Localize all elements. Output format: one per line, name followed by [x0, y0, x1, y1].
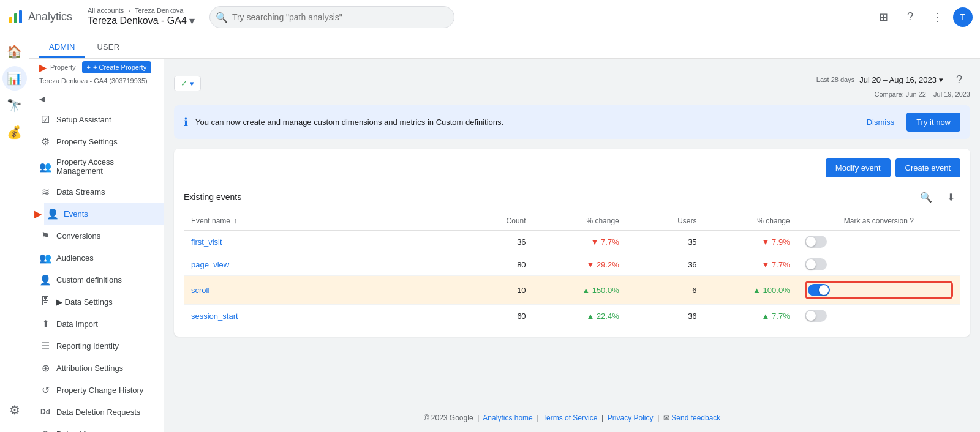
sidebar-arrow-icon: ▶ — [39, 62, 47, 73]
sidebar-item-label: Setup Assistant — [56, 115, 111, 124]
tab-user[interactable]: USER — [88, 37, 130, 58]
sidebar-item-label: ▶ Data Settings — [56, 297, 113, 307]
events-icon: 👤 — [47, 207, 59, 220]
footer-terms[interactable]: Terms of Service — [543, 414, 597, 422]
sidebar-item-attribution-settings[interactable]: ⊕ Attribution Settings — [29, 357, 164, 379]
conversion-help-icon[interactable]: ? — [910, 217, 914, 225]
event-name-cell: session_start — [184, 305, 456, 327]
date-value: Jul 20 – Aug 16, 2023 — [859, 75, 937, 84]
svg-rect-1 — [14, 13, 17, 23]
table-row: scroll 10 ▲ 150.0% 6 ▲ 100.0% — [184, 276, 960, 305]
last-28-label: Last 28 days — [816, 76, 854, 83]
conversions-icon: ⚑ — [39, 229, 51, 242]
count-cell: 60 — [456, 305, 533, 327]
sort-icon: ↑ — [233, 217, 237, 225]
sidebar-item-property-change-history[interactable]: ↺ Property Change History — [29, 379, 164, 401]
date-help-button[interactable]: ? — [948, 69, 970, 91]
sidebar-property-row: ▶ Property + + Create Property — [29, 59, 164, 76]
nav-advertising[interactable]: 💰 — [2, 120, 27, 144]
sidebar-account-sub: Tereza Denkova - GA4 (303719935) — [29, 76, 164, 89]
conversion-toggle-highlight[interactable] — [805, 281, 953, 299]
audiences-icon: 👥 — [39, 251, 51, 264]
avatar[interactable]: T — [953, 7, 973, 27]
sidebar-item-label: Attribution Settings — [56, 363, 123, 373]
users-change-value: 7.9% — [772, 237, 790, 247]
breadcrumb-arrow: › — [128, 7, 130, 14]
conversion-cell[interactable] — [797, 231, 960, 253]
create-event-button[interactable]: Create event — [895, 158, 960, 177]
grid-icon-button[interactable]: ⊞ — [872, 6, 894, 28]
nav-settings[interactable]: ⚙ — [2, 398, 27, 422]
property-selector[interactable]: Tereza Denkova - GA4 ▾ — [88, 14, 195, 28]
breadcrumb-accounts[interactable]: All accounts — [88, 7, 124, 14]
data-streams-icon: ≋ — [39, 185, 51, 198]
modify-event-button[interactable]: Modify event — [826, 158, 891, 177]
col-count-change: % change — [533, 212, 627, 231]
create-property-button[interactable]: + + Create Property — [82, 61, 152, 73]
sidebar-item-events[interactable]: 👤 Events — [44, 203, 164, 225]
sidebar-item-data-settings[interactable]: 🗄 ▶ Data Settings — [29, 291, 164, 313]
sidebar-item-property-settings[interactable]: ⚙ Property Settings — [29, 130, 164, 152]
sidebar-item-audiences[interactable]: 👥 Audiences — [29, 247, 164, 269]
count-change-value: 22.4% — [597, 311, 619, 321]
conversion-cell[interactable] — [797, 276, 960, 305]
conversion-toggle[interactable] — [805, 258, 827, 270]
more-icon-button[interactable]: ⋮ — [926, 6, 948, 28]
users-change-cell: ▲ 100.0% — [704, 276, 797, 305]
count-arrow-icon: ▼ — [586, 260, 594, 269]
sidebar-back-button[interactable]: ◀ — [29, 89, 164, 108]
property-name: Tereza Denkova - GA4 — [88, 15, 187, 26]
col-users[interactable]: Users — [627, 212, 704, 231]
sidebar: ▶ Property + + Create Property Tereza De… — [29, 59, 164, 432]
date-range-value[interactable]: Jul 20 – Aug 16, 2023 ▾ — [859, 75, 943, 84]
footer-feedback[interactable]: Send feedback — [671, 414, 720, 422]
sidebar-item-conversions[interactable]: ⚑ Conversions — [29, 225, 164, 247]
conversion-cell[interactable] — [797, 305, 960, 327]
col-event-name-label: Event name — [191, 217, 230, 225]
sidebar-item-setup-assistant[interactable]: ☑ Setup Assistant — [29, 108, 164, 130]
footer-privacy[interactable]: Privacy Policy — [608, 414, 654, 422]
breadcrumb-account[interactable]: Tereza Denkova — [135, 7, 184, 14]
col-users-change: % change — [704, 212, 797, 231]
help-icon-button[interactable]: ? — [899, 6, 921, 28]
date-range-left: ✓ ▾ — [174, 76, 201, 91]
sidebar-item-data-streams[interactable]: ≋ Data Streams — [29, 181, 164, 203]
table-row: first_visit 36 ▼ 7.7% 35 ▼ 7.9% — [184, 231, 960, 253]
download-events-button[interactable]: ⬇ — [941, 187, 960, 207]
nav-explore[interactable]: 🔭 — [2, 93, 27, 117]
search-events-button[interactable]: 🔍 — [916, 187, 936, 207]
sidebar-item-label: Property Change History — [56, 385, 143, 395]
col-count[interactable]: Count — [456, 212, 533, 231]
dismiss-button[interactable]: Dismiss — [862, 114, 900, 130]
count-change-value: 150.0% — [592, 286, 619, 295]
data-settings-icon: 🗄 — [39, 296, 51, 308]
sidebar-item-debugview[interactable]: ◉ DebugView — [29, 423, 164, 432]
tab-admin[interactable]: ADMIN — [39, 37, 85, 58]
back-icon: ◀ — [39, 94, 45, 103]
conversion-toggle[interactable] — [808, 284, 830, 296]
sidebar-item-custom-definitions[interactable]: 👤 Custom definitions — [29, 269, 164, 291]
sidebar-item-label: Data Deletion Requests — [56, 408, 140, 417]
conversion-toggle[interactable] — [805, 310, 827, 322]
sidebar-item-data-import[interactable]: ⬆ Data Import — [29, 313, 164, 335]
create-property-label: + Create Property — [93, 64, 146, 71]
sidebar-item-label: DebugView — [56, 430, 97, 433]
footer-analytics-home[interactable]: Analytics home — [483, 414, 532, 422]
count-change-value: 7.7% — [601, 237, 619, 247]
change-history-icon: ↺ — [39, 384, 51, 396]
sidebar-item-property-access[interactable]: 👥 Property Access Management — [29, 152, 164, 181]
conversion-cell[interactable] — [797, 253, 960, 276]
reporting-identity-icon: ☰ — [39, 340, 51, 352]
nav-home[interactable]: 🏠 — [2, 39, 27, 64]
admin-tabs: ADMIN USER — [29, 34, 980, 59]
search-input[interactable] — [209, 6, 454, 28]
try-now-button[interactable]: Try it now — [907, 113, 960, 132]
col-event-name[interactable]: Event name ↑ — [184, 212, 456, 231]
conversion-toggle[interactable] — [805, 236, 827, 248]
nav-reports[interactable]: 📊 — [2, 66, 27, 91]
sidebar-item-reporting-identity[interactable]: ☰ Reporting Identity — [29, 335, 164, 357]
date-check-button[interactable]: ✓ ▾ — [174, 76, 201, 91]
event-name: first_visit — [191, 237, 222, 247]
count-arrow-icon: ▲ — [582, 286, 590, 295]
sidebar-item-data-deletion[interactable]: Dd Data Deletion Requests — [29, 401, 164, 423]
